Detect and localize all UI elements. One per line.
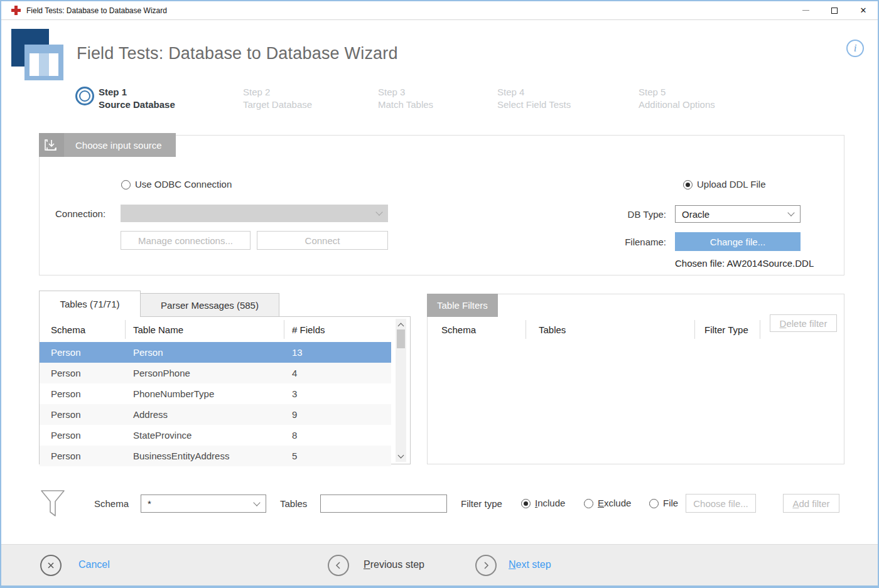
table-row[interactable]: Person PersonPhone 4 bbox=[40, 363, 391, 383]
chevron-down-icon bbox=[375, 208, 382, 215]
app-logo-icon bbox=[11, 29, 64, 80]
exclude-radio[interactable]: Exclude bbox=[584, 498, 631, 509]
filter-tables-input[interactable] bbox=[320, 494, 447, 513]
input-source-header: Choose input source bbox=[39, 133, 176, 157]
minimize-icon bbox=[802, 10, 809, 11]
step-1-source-database: Step 1Source Database bbox=[99, 86, 175, 111]
table-row[interactable]: Person StateProvince 8 bbox=[40, 425, 391, 446]
table-row[interactable]: Person Person 13 bbox=[40, 342, 391, 363]
close-icon: ✕ bbox=[860, 6, 867, 14]
change-file-button[interactable]: Change file... bbox=[675, 232, 801, 251]
app-cross-icon bbox=[11, 6, 21, 15]
previous-step-button[interactable]: Previous step bbox=[364, 559, 424, 570]
title-bar: Field Tests: Database to Database Wizard… bbox=[1, 1, 878, 20]
maximize-button[interactable] bbox=[820, 1, 849, 19]
close-button[interactable]: ✕ bbox=[849, 1, 878, 19]
scroll-up-icon[interactable] bbox=[396, 320, 406, 329]
chevron-down-icon bbox=[787, 209, 794, 216]
odbc-radio-circle[interactable] bbox=[121, 180, 131, 190]
include-radio[interactable]: Include bbox=[521, 498, 565, 509]
db-type-select[interactable]: Oracle bbox=[675, 205, 801, 223]
filter-schema-label: Schema bbox=[94, 498, 129, 509]
step1-circle-icon bbox=[75, 87, 94, 105]
odbc-radio[interactable]: Use ODBC Connection bbox=[121, 179, 232, 190]
scroll-down-icon[interactable] bbox=[396, 452, 406, 461]
filename-label: Filename: bbox=[605, 237, 666, 247]
step-5-additional-options: Step 5Additional Options bbox=[639, 86, 715, 111]
include-radio-circle[interactable] bbox=[521, 499, 531, 508]
maximize-icon bbox=[831, 8, 838, 14]
table-filters-header: Table Filters bbox=[427, 294, 498, 317]
table-row[interactable]: Person Address 9 bbox=[40, 404, 391, 425]
tab-tables[interactable]: Tables (71/71) bbox=[39, 291, 141, 317]
manage-connections-button: Manage connections... bbox=[121, 231, 251, 250]
column-num-fields: # Fields bbox=[284, 322, 410, 337]
chosen-file-text: Chosen file: AW2014Source.DDL bbox=[675, 258, 814, 269]
minimize-button[interactable] bbox=[791, 1, 820, 19]
filter-schema-select[interactable]: * bbox=[141, 494, 266, 513]
add-filter-button: Add filter bbox=[783, 494, 839, 513]
cancel-icon[interactable] bbox=[40, 555, 62, 576]
page-title: Field Tests: Database to Database Wizard bbox=[77, 44, 398, 63]
input-source-header-label: Choose input source bbox=[64, 140, 176, 151]
filter-type-label: Filter type bbox=[461, 498, 502, 509]
connection-label: Connection: bbox=[55, 208, 105, 219]
chevron-down-icon bbox=[253, 499, 260, 506]
file-radio-circle[interactable] bbox=[649, 499, 659, 508]
include-radio-label: Include bbox=[535, 498, 565, 508]
next-step-icon[interactable] bbox=[475, 555, 497, 576]
table-row[interactable]: Person PhoneNumberType 3 bbox=[40, 383, 391, 404]
cancel-button[interactable]: Cancel bbox=[78, 559, 110, 570]
step-4-select-field-tests: Step 4Select Field Tests bbox=[497, 86, 571, 111]
exclude-radio-label: Exclude bbox=[598, 498, 631, 508]
ddl-radio[interactable]: Upload DDL File bbox=[683, 179, 766, 190]
step-2-target-database: Step 2Target Database bbox=[243, 86, 312, 111]
wizard-steps: Step 1Source Database Step 2Target Datab… bbox=[1, 86, 878, 115]
tables-list-body: Person Person 13 Person PersonPhone 4 Pe… bbox=[40, 342, 410, 466]
step-3-match-tables: Step 3Match Tables bbox=[378, 86, 433, 111]
table-filters-panel: Schema Tables Filter Type Delete filter bbox=[427, 294, 844, 464]
tables-list-panel: Schema Table Name # Fields Person Person… bbox=[39, 316, 411, 464]
table-filters-header-label: Table Filters bbox=[427, 300, 498, 311]
odbc-radio-label: Use ODBC Connection bbox=[135, 179, 232, 190]
download-icon bbox=[39, 133, 64, 157]
footer-bar: Cancel Previous step Next step bbox=[1, 544, 878, 585]
filters-column-tables: Tables bbox=[526, 320, 695, 339]
ddl-radio-label: Upload DDL File bbox=[697, 179, 766, 190]
filter-tables-label: Tables bbox=[280, 498, 307, 509]
previous-step-icon[interactable] bbox=[328, 555, 349, 576]
filters-column-schema: Schema bbox=[428, 320, 526, 339]
tab-parser-messages[interactable]: Parser Messages (585) bbox=[140, 293, 279, 317]
file-radio-label: File bbox=[663, 498, 678, 508]
column-table-name: Table Name bbox=[126, 320, 284, 339]
funnel-icon bbox=[40, 489, 65, 521]
filter-schema-value: * bbox=[148, 498, 151, 509]
db-type-label: DB Type: bbox=[605, 209, 666, 220]
exclude-radio-circle[interactable] bbox=[584, 499, 593, 508]
scrollbar-thumb[interactable] bbox=[397, 329, 405, 348]
next-step-button[interactable]: Next step bbox=[509, 559, 551, 570]
info-icon[interactable]: i bbox=[846, 40, 864, 57]
file-radio[interactable]: File bbox=[649, 498, 678, 509]
window-title: Field Tests: Database to Database Wizard bbox=[26, 6, 167, 15]
filters-column-filter-type: Filter Type bbox=[695, 320, 760, 339]
ddl-radio-circle[interactable] bbox=[683, 180, 693, 190]
table-row[interactable]: Person BusinessEntityAddress 5 bbox=[40, 446, 391, 466]
window-controls: ✕ bbox=[791, 1, 878, 19]
tables-scrollbar[interactable] bbox=[396, 319, 406, 462]
choose-file-button: Choose file... bbox=[686, 494, 756, 513]
app-window: Field Tests: Database to Database Wizard… bbox=[0, 0, 879, 588]
column-schema: Schema bbox=[40, 320, 126, 339]
connect-button: Connect bbox=[257, 231, 388, 250]
connection-select bbox=[121, 205, 388, 222]
tables-list-header: Schema Table Name # Fields bbox=[40, 317, 410, 342]
db-type-value: Oracle bbox=[682, 209, 709, 220]
delete-filter-button: Delete filter bbox=[770, 314, 837, 332]
